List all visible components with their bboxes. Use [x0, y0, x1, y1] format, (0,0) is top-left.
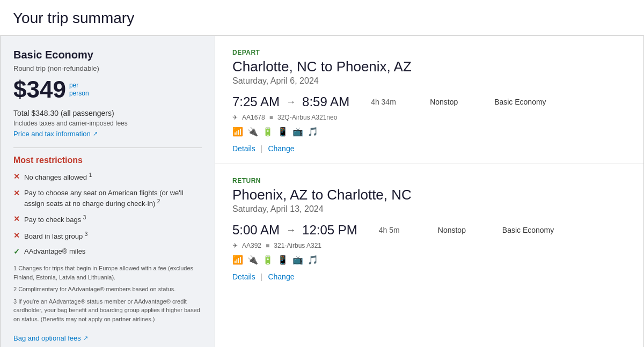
page-title: Your trip summary [0, 0, 644, 35]
return-change-link[interactable]: Change [268, 272, 294, 281]
power-icon: 🔌 [247, 127, 258, 137]
restriction-x-icon: ✕ [13, 172, 20, 181]
footnote-3: 3 If you're an AAdvantage® status member… [13, 297, 202, 324]
depart-fare-class: Basic Economy [494, 98, 546, 106]
fare-type-label: Basic Economy [13, 49, 202, 61]
return-route: Phoenix, AZ to Charlotte, NC [232, 187, 626, 203]
depart-duration: 4h 34m [371, 98, 414, 106]
restriction-item: ✕ No changes allowed 1 [13, 172, 202, 183]
return-duration: 4h 5m [379, 226, 422, 234]
depart-times-row: 7:25 AM → 8:59 AM 4h 34m Nonstop Basic E… [232, 94, 626, 109]
return-label: RETURN [232, 177, 626, 184]
restriction-item: ✕ Board in last group 3 [13, 231, 202, 242]
return-fare-class: Basic Economy [502, 226, 554, 234]
usb-icon: 🔋 [262, 127, 273, 137]
depart-plane-icon: ✈ [232, 114, 238, 121]
depart-section: DEPART Charlotte, NC to Phoenix, AZ Satu… [215, 36, 643, 164]
footnotes: 1 Changes for trips that begin in Europe… [13, 264, 202, 323]
external-link-icon: ↗ [93, 130, 98, 137]
price-amount: $349 [13, 78, 66, 101]
depart-date: Saturday, April 6, 2024 [232, 76, 626, 86]
return-power-icon: 🔌 [247, 255, 258, 265]
right-panel: DEPART Charlotte, NC to Phoenix, AZ Satu… [215, 36, 643, 347]
footnote-1: 1 Changes for trips that begin in Europe… [13, 264, 202, 282]
restriction-item: ✓ AAdvantage® miles [13, 247, 202, 256]
restriction-text: AAdvantage® miles [24, 247, 85, 256]
return-depart-time: 5:00 AM [232, 223, 280, 238]
restriction-text: Board in last group 3 [24, 231, 87, 242]
return-usb-icon: 🔋 [262, 255, 273, 265]
restriction-x-icon: ✕ [13, 189, 20, 197]
return-music-icon: 🎵 [308, 255, 318, 265]
depart-amenities: 📶 🔌 🔋 📱 📺 🎵 [232, 127, 626, 137]
depart-aircraft: 32Q-Airbus A321neo [277, 114, 337, 121]
left-panel: Basic Economy Round trip (non-refundable… [1, 36, 215, 347]
return-tv-icon: 📺 [292, 255, 303, 265]
return-flight-number: AA392 [242, 242, 261, 249]
return-pipe-separator: | [261, 272, 263, 281]
footnote-2: 2 Complimentary for AAdvantage® members … [13, 285, 202, 294]
bag-fees-link[interactable]: Bag and optional fees ↗ [13, 334, 88, 342]
tv-icon: 📺 [292, 127, 303, 137]
per-person-label: per person [69, 82, 89, 98]
restriction-check-icon: ✓ [13, 247, 20, 256]
bag-fees-external-icon: ↗ [83, 335, 88, 342]
return-details-link[interactable]: Details [232, 272, 255, 281]
dot-sep: ■ [269, 114, 273, 121]
restriction-x-icon: ✕ [13, 215, 20, 223]
restriction-text: No changes allowed 1 [24, 172, 92, 183]
pipe-separator: | [261, 144, 263, 153]
depart-details-link[interactable]: Details [232, 144, 255, 153]
return-section: RETURN Phoenix, AZ to Charlotte, NC Satu… [215, 164, 643, 292]
depart-time: 7:25 AM [232, 94, 280, 109]
includes-taxes: Includes taxes and carrier-imposed fees [13, 120, 202, 127]
restriction-text: Pay to choose any seat on American fligh… [24, 188, 202, 209]
return-date: Saturday, April 13, 2024 [232, 204, 626, 214]
depart-route: Charlotte, NC to Phoenix, AZ [232, 58, 626, 75]
return-amenities: 📶 🔌 🔋 📱 📺 🎵 [232, 255, 626, 265]
return-phone-icon: 📱 [277, 255, 288, 265]
wifi-icon: 📶 [232, 127, 243, 137]
music-icon: 🎵 [308, 127, 318, 137]
restriction-item: ✕ Pay to check bags 3 [13, 214, 202, 225]
round-trip-label: Round trip (non-refundable) [13, 64, 202, 72]
divider [13, 147, 202, 148]
depart-label: DEPART [232, 49, 626, 56]
depart-arrow-icon: → [286, 97, 296, 108]
return-action-links: Details | Change [232, 272, 626, 281]
return-arrive-time: 12:05 PM [302, 223, 357, 238]
depart-flight-details: ✈ AA1678 ■ 32Q-Airbus A321neo [232, 114, 626, 121]
depart-change-link[interactable]: Change [268, 144, 294, 153]
phone-icon: 📱 [277, 127, 288, 137]
restrictions-title: Most restrictions [13, 156, 202, 165]
return-nonstop: Nonstop [438, 226, 492, 234]
return-dot-sep: ■ [266, 242, 269, 249]
return-aircraft: 321-Airbus A321 [274, 242, 321, 249]
return-arrow-icon: → [286, 225, 296, 236]
price-tax-info-link[interactable]: Price and tax information ↗ [13, 130, 98, 138]
return-wifi-icon: 📶 [232, 255, 243, 265]
depart-nonstop: Nonstop [430, 98, 484, 106]
arrive-time: 8:59 AM [302, 94, 349, 109]
restriction-x-icon: ✕ [13, 231, 20, 240]
depart-action-links: Details | Change [232, 144, 626, 153]
restriction-text: Pay to check bags 3 [24, 214, 86, 225]
depart-flight-number: AA1678 [242, 114, 265, 121]
return-times-row: 5:00 AM → 12:05 PM 4h 5m Nonstop Basic E… [232, 223, 626, 238]
restriction-item: ✕ Pay to choose any seat on American fli… [13, 188, 202, 209]
return-plane-icon: ✈ [232, 242, 238, 249]
total-price: Total $348.30 (all passengers) [13, 109, 202, 117]
return-flight-details: ✈ AA392 ■ 321-Airbus A321 [232, 242, 626, 249]
